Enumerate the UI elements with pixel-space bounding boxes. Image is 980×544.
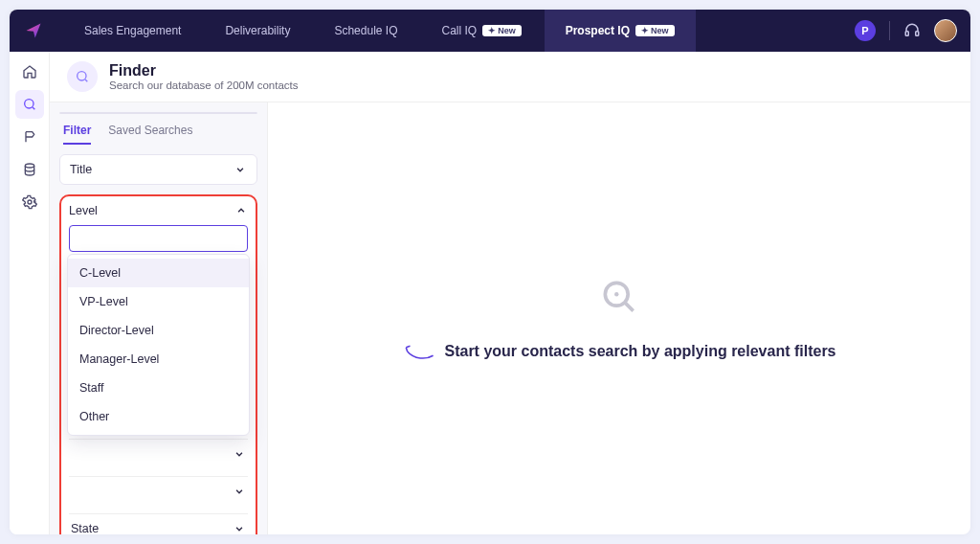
page-subtitle: Search our database of 200M contacts	[109, 79, 299, 91]
nav-call-iq[interactable]: Call IQ ✦ New	[420, 10, 542, 52]
nav-sales-engagement[interactable]: Sales Engagement	[63, 10, 202, 52]
brand-logo	[23, 20, 44, 41]
svg-rect-0	[905, 32, 908, 36]
badge-new: ✦ New	[635, 25, 675, 36]
curved-arrow-icon	[402, 341, 434, 362]
svg-point-5	[78, 72, 86, 80]
svg-rect-7	[177, 112, 185, 114]
divider	[889, 21, 890, 40]
svg-point-2	[24, 100, 33, 108]
filter-level-highlight: Level C-Level VP-Level Director-Level Ma…	[59, 194, 257, 534]
chevron-down-icon	[234, 163, 247, 176]
chevron-up-icon	[234, 204, 248, 217]
rail-database[interactable]	[15, 155, 44, 184]
level-dropdown: C-Level VP-Level Director-Level Manager-…	[67, 254, 250, 436]
page-header: Finder Search our database of 200M conta…	[50, 52, 970, 102]
chevron-down-icon	[233, 522, 246, 534]
main-panel: Start your contacts search by applying r…	[268, 102, 970, 534]
top-nav: Sales Engagement Deliverability Schedule…	[10, 10, 970, 52]
rail-search[interactable]	[15, 90, 44, 119]
filter-collapsed-3[interactable]	[69, 476, 248, 506]
svg-rect-1	[916, 32, 919, 36]
headset-icon[interactable]	[903, 22, 921, 39]
level-option[interactable]: Manager-Level	[68, 345, 249, 374]
filter-collapsed-2[interactable]	[69, 439, 248, 468]
svg-point-4	[28, 200, 32, 204]
filter-state[interactable]: State	[69, 513, 248, 534]
avatar[interactable]	[934, 19, 957, 42]
person-icon	[82, 112, 95, 114]
rail-settings[interactable]	[15, 188, 44, 216]
page-title: Finder	[109, 62, 299, 79]
nav-prospect-iq[interactable]: Prospect IQ ✦ New	[545, 10, 696, 52]
level-option[interactable]: Other	[68, 402, 249, 431]
level-option[interactable]: VP-Level	[68, 287, 249, 316]
rail-home[interactable]	[15, 57, 44, 86]
empty-state-text: Start your contacts search by applying r…	[444, 343, 835, 360]
level-option[interactable]: Staff	[68, 374, 249, 402]
left-rail	[10, 52, 50, 534]
level-input[interactable]	[69, 225, 248, 252]
chevron-down-icon	[233, 485, 246, 498]
subtab-saved[interactable]: Saved Searches	[108, 124, 192, 145]
chevron-down-icon	[233, 447, 246, 461]
badge-new: ✦ New	[482, 25, 522, 36]
subtabs: Filter Saved Searches	[59, 124, 257, 145]
filter-title[interactable]: Title	[59, 154, 257, 185]
svg-point-9	[614, 292, 618, 296]
subtab-filter[interactable]: Filter	[63, 124, 91, 145]
search-icon	[67, 61, 98, 92]
level-option[interactable]: C-Level	[68, 259, 249, 287]
magnifier-icon	[598, 276, 640, 318]
nav-schedule-iq[interactable]: Schedule IQ	[313, 10, 418, 52]
svg-point-6	[86, 112, 90, 113]
filter-sidebar: People Company Filter Saved Searches Tit…	[50, 102, 268, 534]
entity-toggle: People Company	[59, 112, 257, 114]
nav-deliverability[interactable]: Deliverability	[204, 10, 311, 52]
svg-point-3	[25, 164, 33, 168]
level-option[interactable]: Director-Level	[68, 316, 249, 345]
building-icon	[174, 112, 187, 114]
rail-playbooks[interactable]	[15, 123, 44, 151]
user-initial-bubble[interactable]: P	[855, 20, 876, 41]
filter-level-header[interactable]: Level	[69, 204, 248, 217]
